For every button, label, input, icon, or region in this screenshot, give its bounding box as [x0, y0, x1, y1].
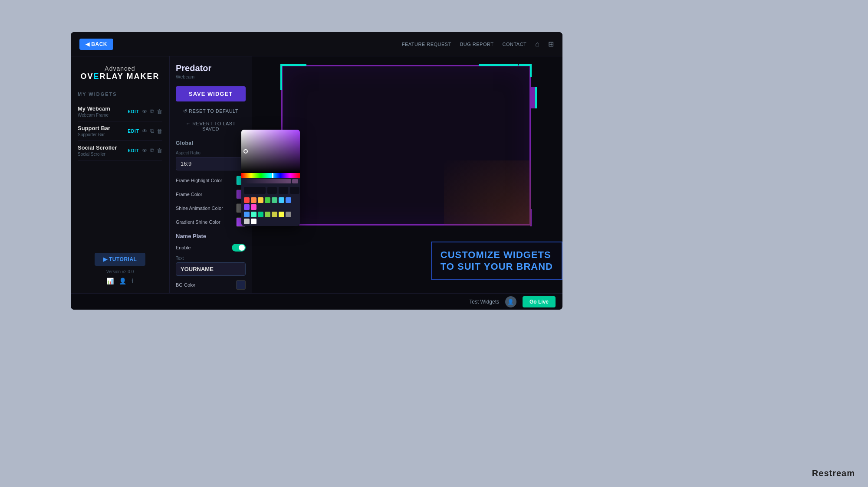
- restream-watermark: Restream: [812, 468, 855, 478]
- user-icon[interactable]: 👤: [119, 278, 126, 284]
- info-icon[interactable]: ℹ: [132, 278, 134, 284]
- tutorial-button[interactable]: ▶ TUTORIAL: [95, 253, 146, 266]
- color-picker-popup: 6F6C73 111 108 115 100: [241, 130, 300, 226]
- text-input-label: Text: [176, 256, 246, 261]
- bg-color-swatch[interactable]: [236, 280, 246, 290]
- frame-highlight-color-row: Frame Highlight Color: [176, 176, 246, 185]
- widget-edit-support[interactable]: EDIT: [128, 129, 139, 134]
- swatch-2[interactable]: [258, 197, 263, 203]
- color-preview-swatch: [292, 179, 298, 183]
- color-picker-values: 6F6C73 111 108 115 100: [241, 184, 300, 196]
- swatch-0[interactable]: [244, 197, 250, 203]
- app-window: ◀ BACK FEATURE REQUEST BUG REPORT CONTAC…: [71, 32, 562, 310]
- widget-delete-webcam[interactable]: 🗑: [157, 108, 162, 115]
- hue-thumb: [272, 173, 273, 178]
- widget-item-info: My Webcam Webcam Frame: [78, 105, 128, 118]
- g-input[interactable]: 108: [279, 187, 288, 194]
- widget-item-scroller: Social Scroller Social Scroller EDIT 👁 ⧉…: [78, 141, 162, 160]
- top-right-accent: [479, 64, 518, 66]
- revert-to-last-saved-button[interactable]: ← REVERT TO LAST SAVED: [176, 118, 246, 134]
- user-avatar[interactable]: 👤: [505, 296, 516, 307]
- bug-report-link[interactable]: BUG REPORT: [460, 42, 494, 47]
- widget-sub-support: Supporter Bar: [78, 132, 128, 137]
- logo-area: Advanced OVERLAY MAKER: [78, 65, 162, 81]
- widget-copy-scroller[interactable]: ⧉: [150, 147, 154, 154]
- color-picker-dot[interactable]: [243, 149, 248, 154]
- widget-item-webcam: My Webcam Webcam Frame EDIT 👁 ⧉ 🗑: [78, 102, 162, 121]
- middle-panel: Predator Webcam SAVE WIDGET ↺ RESET TO D…: [170, 56, 252, 293]
- swatch-3[interactable]: [265, 197, 270, 203]
- corner-tr-vert: [530, 64, 532, 77]
- reset-to-default-button[interactable]: ↺ RESET TO DEFAULT: [176, 106, 246, 117]
- go-live-button[interactable]: Go Live: [523, 296, 556, 307]
- color-swatches-row: [241, 196, 300, 212]
- settings-icon[interactable]: ⊞: [548, 40, 554, 48]
- global-section-label: Global: [176, 140, 246, 146]
- opacity-bar[interactable]: [243, 179, 291, 183]
- frame-color-row: Frame Color: [176, 190, 246, 199]
- enable-label: Enable: [176, 245, 191, 250]
- logo-advanced: Advanced: [78, 65, 162, 72]
- widget-actions-scroller: EDIT 👁 ⧉ 🗑: [128, 147, 162, 154]
- aspect-ratio-select[interactable]: 16:9 4:3 1:1 9:16: [176, 157, 246, 170]
- swatch-8[interactable]: [251, 204, 256, 210]
- widget-item-support: Support Bar Supporter Bar EDIT 👁 ⧉ 🗑: [78, 121, 162, 141]
- hue-bar[interactable]: [241, 173, 300, 178]
- top-bar-left: ◀ BACK: [79, 39, 113, 50]
- nameplate-section-label: Name Plate: [176, 233, 246, 239]
- color-gradient-area[interactable]: [241, 130, 300, 173]
- chart-icon[interactable]: 📊: [106, 278, 114, 284]
- promo-text-line1: CUSTOMIZE WIDGETS: [441, 249, 553, 261]
- swatch-4[interactable]: [272, 197, 277, 203]
- home-icon[interactable]: ⌂: [535, 40, 539, 48]
- sidebar: Advanced OVERLAY MAKER MY WIDGETS My Web…: [71, 56, 170, 293]
- swatch-10[interactable]: [251, 212, 256, 217]
- swatch-12[interactable]: [265, 212, 270, 217]
- bottom-bar: Test Widgets 👤 Go Live: [71, 293, 562, 310]
- widget-eye-webcam[interactable]: 👁: [142, 108, 148, 115]
- name-text-input[interactable]: [176, 262, 246, 276]
- swatch-5[interactable]: [279, 197, 284, 203]
- enable-toggle[interactable]: [232, 244, 246, 252]
- widget-name-support: Support Bar: [78, 125, 128, 131]
- save-widget-button[interactable]: SAVE WIDGET: [176, 86, 246, 101]
- shine-color-label: Shine Animation Color: [176, 206, 223, 211]
- widget-eye-scroller[interactable]: 👁: [142, 147, 148, 154]
- bg-color-row: BG Color: [176, 280, 246, 290]
- widget-sub-webcam: Webcam Frame: [78, 113, 128, 118]
- widget-actions-webcam: EDIT 👁 ⧉ 🗑: [128, 108, 162, 115]
- widget-copy-support[interactable]: ⧉: [150, 127, 154, 134]
- swatch-11[interactable]: [258, 212, 263, 217]
- widget-delete-support[interactable]: 🗑: [157, 128, 162, 134]
- swatch-17[interactable]: [251, 219, 256, 224]
- swatch-13[interactable]: [272, 212, 277, 217]
- back-button[interactable]: ◀ BACK: [79, 39, 113, 50]
- gradient-shine-color-row: Gradient Shine Color: [176, 217, 246, 227]
- swatch-7[interactable]: [244, 204, 250, 210]
- swatch-16[interactable]: [244, 219, 250, 224]
- r-input[interactable]: 111: [267, 187, 277, 194]
- swatch-1[interactable]: [251, 197, 256, 203]
- swatch-6[interactable]: [286, 197, 291, 203]
- widget-edit-scroller[interactable]: EDIT: [128, 148, 139, 153]
- test-widgets-label: Test Widgets: [469, 299, 499, 305]
- swatch-9[interactable]: [244, 212, 250, 217]
- frame-highlight-color-label: Frame Highlight Color: [176, 178, 222, 183]
- feature-request-link[interactable]: FEATURE REQUEST: [402, 42, 451, 47]
- right-deco: [530, 87, 537, 108]
- b-input[interactable]: 115: [290, 187, 299, 194]
- swatch-14[interactable]: [279, 212, 284, 217]
- widget-delete-scroller[interactable]: 🗑: [157, 147, 162, 154]
- contact-link[interactable]: CONTACT: [502, 42, 526, 47]
- frame-color-label: Frame Color: [176, 192, 202, 197]
- widget-title: Predator: [176, 63, 246, 73]
- hex-input[interactable]: 6F6C73: [244, 187, 266, 194]
- sidebar-bottom: ▶ TUTORIAL Version v2.0.0 📊 👤 ℹ: [78, 253, 162, 284]
- logo-maker: MAKER: [127, 72, 160, 81]
- swatch-15[interactable]: [286, 212, 291, 217]
- main-content: Advanced OVERLAY MAKER MY WIDGETS My Web…: [71, 56, 562, 293]
- sidebar-footer-icons: 📊 👤 ℹ: [106, 278, 134, 284]
- widget-edit-webcam[interactable]: EDIT: [128, 109, 139, 114]
- widget-copy-webcam[interactable]: ⧉: [150, 108, 154, 115]
- widget-eye-support[interactable]: 👁: [142, 128, 148, 134]
